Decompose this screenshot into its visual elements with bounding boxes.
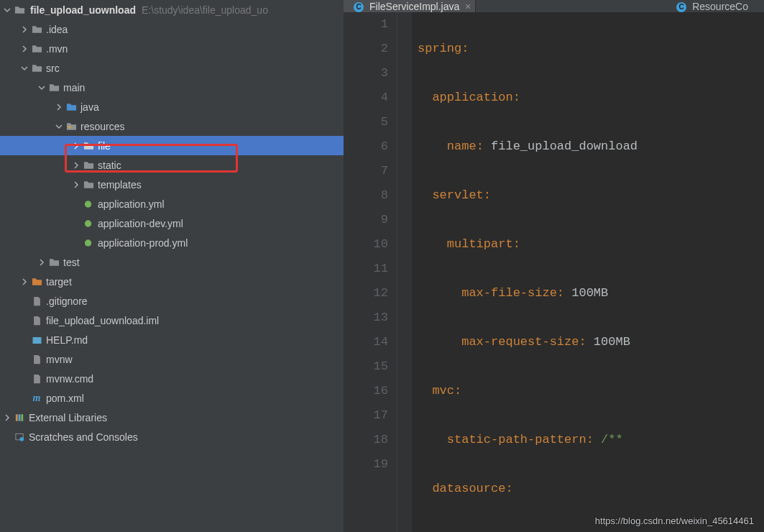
folder-icon xyxy=(30,63,43,73)
folder-icon xyxy=(82,180,95,190)
tree-node-external-libraries[interactable]: External Libraries xyxy=(0,408,344,427)
chevron-right-icon xyxy=(19,278,30,285)
tree-label: java xyxy=(80,101,99,113)
tab-label: FileServiceImpl.java xyxy=(369,1,459,12)
file-icon xyxy=(30,296,43,306)
svg-point-2 xyxy=(84,220,91,226)
tree-label: .mvn xyxy=(46,43,68,55)
tree-node-idea[interactable]: .idea xyxy=(0,19,344,39)
tree-label: templates xyxy=(98,179,142,191)
tree-node-src[interactable]: src xyxy=(0,58,344,78)
tree-node-resources[interactable]: resources xyxy=(0,116,344,136)
chevron-down-icon xyxy=(36,84,47,91)
tree-label: resources xyxy=(80,121,124,132)
tree-node-templates[interactable]: templates xyxy=(0,175,344,194)
tree-node-mvnwcmd[interactable]: mvnw.cmd xyxy=(0,369,344,388)
fold-gutter xyxy=(397,12,412,532)
folder-icon xyxy=(13,5,26,15)
tree-node-app-yml[interactable]: application.yml xyxy=(0,194,344,214)
yml-file-icon xyxy=(82,238,95,248)
yml-file-icon xyxy=(82,219,95,229)
tree-label: target xyxy=(46,276,72,288)
tree-node-test[interactable]: test xyxy=(0,252,344,272)
editor-tab[interactable]: C ResourceCo xyxy=(666,0,764,12)
tree-node-gitignore[interactable]: .gitignore xyxy=(0,291,344,311)
tree-node-iml[interactable]: file_upload_uownload.iml xyxy=(0,311,344,330)
close-icon[interactable]: × xyxy=(465,1,471,12)
tree-label: mvnw xyxy=(46,354,73,365)
folder-icon xyxy=(30,44,43,54)
tree-label: application.yml xyxy=(98,198,165,210)
md-file-icon xyxy=(30,335,43,345)
code-editor[interactable]: 1234 5678 9101112 13141516 171819 spring… xyxy=(344,12,764,532)
target-folder-icon xyxy=(30,277,43,287)
folder-icon xyxy=(82,160,95,170)
editor-panel: C FileServiceImpl.java × C ResourceCo 12… xyxy=(344,0,764,532)
java-class-icon: C xyxy=(354,0,364,12)
resources-folder-icon xyxy=(65,121,78,132)
tree-label: External Libraries xyxy=(29,412,107,423)
folder-icon xyxy=(47,257,60,267)
chevron-down-icon xyxy=(1,6,13,14)
tree-label: Scratches and Consoles xyxy=(29,431,138,443)
tree-label: main xyxy=(63,82,85,93)
project-path: E:\study\idea\file_upload_uo xyxy=(142,4,268,16)
folder-icon xyxy=(47,83,60,93)
tree-node-app-prod[interactable]: application-prod.yml xyxy=(0,233,344,252)
scratches-icon xyxy=(13,432,26,442)
maven-file-icon: m xyxy=(30,393,43,404)
tree-node-static[interactable]: static xyxy=(0,155,344,175)
tree-node-help[interactable]: HELP.md xyxy=(0,330,344,349)
editor-tab-bar: C FileServiceImpl.java × C ResourceCo xyxy=(344,0,764,12)
file-icon xyxy=(30,354,43,364)
svg-point-1 xyxy=(84,201,91,207)
tree-node-target[interactable]: target xyxy=(0,272,344,291)
tree-label: .gitignore xyxy=(46,295,88,307)
code-content[interactable]: spring: application: name: file_upload_d… xyxy=(412,12,764,532)
project-root-node[interactable]: file_upload_uownload E:\study\idea\file_… xyxy=(0,0,344,19)
svg-point-3 xyxy=(84,239,91,246)
java-class-icon: C xyxy=(676,0,686,12)
chevron-right-icon xyxy=(19,45,30,52)
tree-node-scratches[interactable]: Scratches and Consoles xyxy=(0,427,344,446)
line-number-gutter: 1234 5678 9101112 13141516 171819 xyxy=(344,12,397,532)
tree-node-pom[interactable]: m pom.xml xyxy=(0,388,344,408)
project-name: file_upload_uownload xyxy=(30,4,136,16)
project-tree-panel: file_upload_uownload E:\study\idea\file_… xyxy=(0,0,344,532)
svg-rect-4 xyxy=(32,337,41,344)
tree-label: .idea xyxy=(46,24,68,35)
chevron-right-icon xyxy=(1,414,13,421)
tree-label: mvnw.cmd xyxy=(46,373,93,385)
tab-label: ResourceCo xyxy=(692,1,748,12)
tree-node-file[interactable]: file xyxy=(0,136,344,155)
tree-node-mvn[interactable]: .mvn xyxy=(0,39,344,58)
tree-node-mvnw[interactable]: mvnw xyxy=(0,349,344,369)
chevron-right-icon xyxy=(70,142,82,150)
tree-label: test xyxy=(63,257,80,268)
chevron-right-icon xyxy=(53,104,65,111)
editor-tab-active[interactable]: C FileServiceImpl.java × xyxy=(344,0,476,12)
file-icon xyxy=(30,316,43,326)
tree-label: application-dev.yml xyxy=(98,218,183,229)
folder-icon xyxy=(82,141,95,151)
tree-label: file_upload_uownload.iml xyxy=(46,315,159,326)
tree-node-main[interactable]: main xyxy=(0,78,344,97)
yml-file-icon xyxy=(82,199,95,209)
tree-node-app-dev[interactable]: application-dev.yml xyxy=(0,214,344,233)
tree-label: application-prod.yml xyxy=(98,237,188,249)
svg-rect-0 xyxy=(68,126,70,129)
chevron-down-icon xyxy=(53,123,65,130)
chevron-right-icon xyxy=(70,181,82,188)
tree-node-java[interactable]: java xyxy=(0,97,344,116)
tree-label: HELP.md xyxy=(46,334,88,346)
chevron-down-icon xyxy=(19,65,30,72)
watermark-text: https://blog.csdn.net/weixin_45614461 xyxy=(595,515,754,526)
file-icon xyxy=(30,374,43,384)
svg-point-9 xyxy=(19,437,24,441)
ide-root: file_upload_uownload E:\study\idea\file_… xyxy=(0,0,764,532)
chevron-right-icon xyxy=(70,162,82,169)
tree-label: pom.xml xyxy=(46,393,84,404)
source-folder-icon xyxy=(65,102,78,112)
svg-rect-5 xyxy=(15,414,17,421)
svg-rect-6 xyxy=(18,414,20,421)
